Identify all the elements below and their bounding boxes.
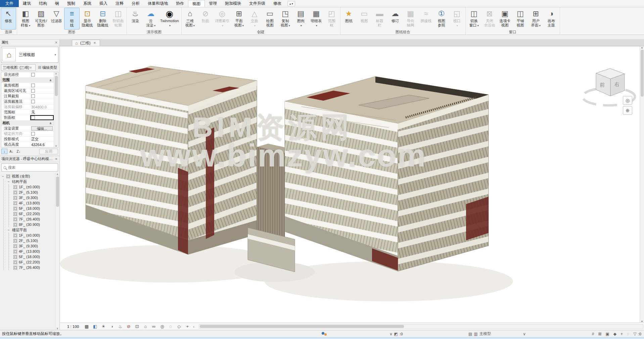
ribbon-button[interactable]: ▬ 标题栏 — [372, 8, 387, 30]
menu-tab[interactable]: 钢 — [51, 0, 63, 7]
ribbon-button[interactable]: ▭ 绘图视图 — [262, 8, 278, 30]
ribbon-button[interactable]: ⊠ 关闭非活动 — [482, 8, 497, 30]
ribbon-button[interactable]: ▭ 视图 — [357, 8, 372, 30]
menu-tab[interactable]: 修改 — [269, 0, 285, 7]
collapse-chevron-icon[interactable]: ∧ — [49, 122, 54, 125]
select-underlay-icon[interactable]: ⊠ — [598, 332, 601, 336]
unlock-3d-view-icon[interactable]: ⌂ — [143, 324, 148, 329]
tree-item[interactable]: 4F_ (13.800) — [9, 200, 59, 206]
apply-button[interactable]: 应用 — [39, 149, 58, 154]
scroll-up-icon[interactable]: ∧ — [55, 72, 57, 75]
worksharing-indicator[interactable] — [322, 332, 327, 336]
model-3d-view[interactable]: 前 右 — [60, 46, 640, 323]
menu-tab[interactable]: 视图 — [188, 0, 205, 7]
ribbon-button[interactable]: ⊞ 平面视图▾ — [231, 8, 247, 30]
edit-button[interactable]: 编辑... — [31, 126, 53, 131]
viewcube-right-label[interactable]: 右 — [614, 81, 619, 87]
horizontal-scrollbar[interactable] — [199, 324, 643, 329]
menu-tab[interactable]: 结构 — [35, 0, 51, 7]
close-icon[interactable]: × — [54, 157, 58, 161]
browser-scrollbar[interactable]: ∧ ∨ — [55, 173, 59, 330]
shadows-icon[interactable]: ◑ — [109, 324, 114, 329]
ribbon-button[interactable]: ▤ 图例▾ — [293, 8, 309, 30]
building-left[interactable] — [86, 66, 257, 254]
checkbox[interactable] — [31, 132, 35, 136]
menu-tab[interactable]: 分析 — [128, 0, 144, 7]
ribbon-button[interactable]: ⊘ 剖面 — [198, 8, 213, 30]
menu-tab[interactable]: 协作 — [172, 0, 188, 7]
menu-tab[interactable]: 系统 — [79, 0, 95, 7]
collapse-icon[interactable]: − — [2, 175, 5, 178]
select-by-face-icon[interactable]: ◆ — [613, 332, 616, 336]
progress-icon[interactable]: ◌ — [627, 332, 629, 336]
menu-tab[interactable]: 体量和场地 — [144, 0, 172, 7]
collapse-icon[interactable]: − — [8, 228, 10, 232]
viewcube-front-label[interactable]: 前 — [600, 82, 605, 88]
properties-scrollbar[interactable]: ∧ ∨ — [54, 72, 58, 147]
ribbon-button[interactable]: ◫ 剖切面轮廓 — [110, 8, 126, 30]
tree-item[interactable]: 6F_ (22.200) — [9, 211, 59, 216]
ribbon-button[interactable]: ♨ 渲染 — [128, 8, 143, 30]
scroll-down-icon[interactable]: ▼ — [641, 320, 643, 323]
checkbox[interactable] — [31, 94, 35, 98]
menu-tab[interactable]: 注释 — [111, 0, 128, 7]
menu-tab[interactable]: 插入 — [95, 0, 111, 7]
sort-za-icon[interactable]: Z↓ — [15, 149, 21, 154]
checkbox[interactable] — [31, 116, 35, 119]
ribbon-button[interactable]: ▽ 过滤器 — [49, 8, 64, 30]
crop-view-icon[interactable]: ⊘ — [126, 324, 131, 329]
select-links-icon[interactable]: # — [592, 332, 594, 336]
displace-icon[interactable]: ◇ — [176, 324, 182, 329]
sort-az-icon[interactable]: A↓ — [8, 149, 14, 154]
scrollbar-thumb[interactable] — [55, 76, 58, 96]
ribbon-button[interactable]: ◰ 范围框 — [324, 8, 339, 30]
scrollbar-thumb[interactable] — [56, 177, 59, 207]
ribbon-button[interactable]: ⌂ 三维视图▾ — [182, 8, 198, 30]
collapse-chevron-icon[interactable]: ∧ — [49, 79, 54, 82]
visual-style-icon[interactable]: ◧ — [92, 324, 98, 329]
checkbox[interactable] — [31, 84, 35, 87]
ribbon-button[interactable]: ≈ 拼接线 — [418, 8, 434, 30]
sort-icon[interactable]: ↕ — [1, 149, 7, 154]
checkbox[interactable] — [31, 100, 35, 103]
detail-level-icon[interactable]: ▩ — [84, 324, 89, 329]
tree-item[interactable]: 7F_ (26.400) — [9, 265, 59, 270]
menu-tab[interactable]: 文件升级 — [245, 0, 269, 7]
scroll-up-icon[interactable]: ▲ — [641, 46, 643, 49]
instance-selector[interactable]: 三维视图: {三维} ∨ — [1, 64, 36, 71]
crop-region-icon[interactable]: ⊡ — [134, 324, 140, 329]
workset-control[interactable]: ▤ ▥ 主模型 ∨ — [468, 331, 526, 336]
search-input[interactable] — [8, 165, 56, 170]
search-box[interactable] — [1, 163, 58, 172]
tree-item[interactable]: 2F_ (5.100) — [9, 190, 59, 195]
tree-item[interactable]: 7F_ (26.400) — [9, 216, 59, 222]
ribbon-button[interactable]: ⊞ 用户界面▾ — [528, 8, 544, 30]
tree-item[interactable]: 5F_ (18.000) — [9, 206, 59, 211]
menu-tab[interactable]: 预制 — [63, 0, 79, 7]
collapse-icon[interactable]: − — [8, 180, 10, 184]
view-scale[interactable]: 1 : 100 — [65, 325, 81, 329]
ribbon-button[interactable]: ◎ 详图索引▾ — [213, 8, 231, 30]
scroll-up-icon[interactable]: ∧ — [56, 173, 58, 176]
ribbon-button[interactable]: ☁ 修订 — [387, 8, 403, 30]
tree-item[interactable]: 6F_ (22.200) — [9, 259, 59, 265]
render-dialog-icon[interactable]: ♨ — [118, 324, 123, 329]
ribbon-button[interactable]: ☁ 云渲染▾ — [143, 8, 158, 30]
sun-path-icon[interactable]: ☀ — [101, 324, 106, 329]
selection-filter-icon[interactable]: ▽ — [633, 332, 636, 336]
menu-tab[interactable]: 附加模块 — [221, 0, 245, 7]
ribbon-button[interactable]: ◑ 画布主题 — [544, 8, 559, 30]
drag-selection-icon[interactable]: + — [620, 332, 623, 336]
ribbon-button[interactable]: ◫ 平铺视图 — [513, 8, 528, 30]
building-right[interactable] — [285, 77, 489, 271]
ribbon-button[interactable]: △ 立面▾ — [247, 8, 262, 30]
checkbox[interactable] — [31, 89, 35, 93]
tree-item[interactable]: 1F_ (±0.000) — [9, 233, 59, 238]
tree-group-floor-plans[interactable]: − 楼层平面 — [4, 227, 59, 233]
ribbon-button[interactable]: ▦ 导向轴网 — [403, 8, 418, 30]
ribbon-button[interactable]: ↖ 修改 — [1, 8, 16, 30]
view-tab[interactable]: ⌂ {三维} × — [72, 40, 100, 46]
ribbon-button[interactable]: ▦ 明细表▾ — [309, 8, 324, 30]
isolate-icon[interactable]: ◌ — [168, 324, 173, 329]
tree-item[interactable]: 3F_ (9.300) — [9, 195, 59, 200]
